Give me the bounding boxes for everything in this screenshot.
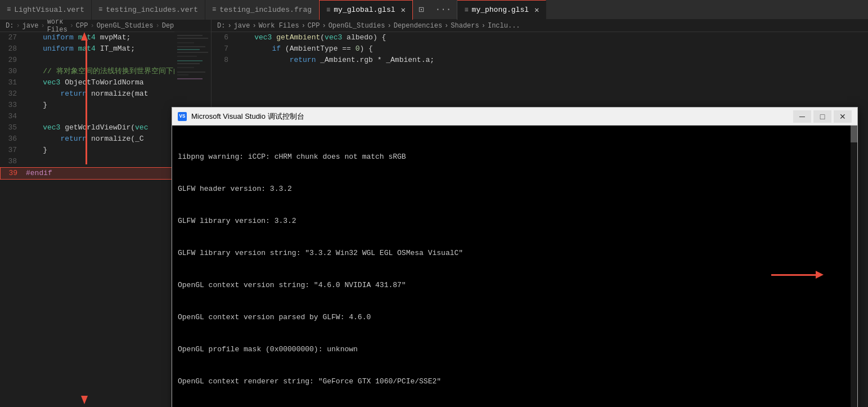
console-line: GLFW library version: 3.3.2	[178, 216, 849, 226]
breadcrumb-part: Work Files	[259, 22, 299, 30]
console-line: OpenGL profile mask (0x00000000): unknow…	[178, 344, 849, 355]
code-line: 36 return normalize(_C	[0, 133, 174, 145]
console-output: libpng warning: iCCP: cHRM chunk does no…	[172, 126, 857, 407]
tab-close-button[interactable]: ✕	[401, 5, 406, 15]
breadcrumb-part: jave	[234, 22, 250, 30]
tab-label: LightVisual.vert	[14, 6, 84, 14]
console-dialog: VS Microsoft Visual Studio 调试控制台 ─ □ ✕ l…	[172, 107, 858, 407]
tab-testing-vert[interactable]: ≡ testing_includes.vert	[92, 0, 205, 20]
svg-rect-4	[177, 49, 200, 50]
console-line: GLFW header version: 3.3.2	[178, 184, 849, 194]
code-line: 35 vec3 getWorldViewDir(vec	[0, 122, 174, 133]
svg-rect-6	[177, 56, 197, 57]
highlighted-code-line: 39 #endif	[0, 167, 174, 180]
file-icon: ≡	[464, 6, 468, 14]
svg-rect-7	[177, 60, 203, 61]
svg-rect-2	[177, 42, 194, 43]
svg-rect-0	[177, 35, 203, 36]
breadcrumb-part: Shaders	[451, 22, 479, 30]
console-titlebar: VS Microsoft Visual Studio 调试控制台 ─ □ ✕	[172, 108, 857, 126]
svg-rect-10	[177, 71, 205, 73]
breadcrumb-part: jave	[23, 22, 39, 30]
breadcrumb-part: D:	[6, 22, 14, 30]
console-title: Microsoft Visual Studio 调试控制台	[191, 111, 789, 122]
file-icon: ≡	[212, 6, 216, 14]
svg-rect-9	[177, 67, 194, 68]
code-line: 6 vec3 getAmbient(vec3 albedo) {	[212, 32, 868, 43]
console-line: OpenGL context version string: "4.6.0 NV…	[178, 280, 849, 290]
tab-split-button[interactable]: ⊡	[413, 4, 430, 15]
breadcrumb-part: OpenGL_Studies	[329, 22, 385, 30]
svg-rect-1	[177, 38, 208, 39]
breadcrumb-part: CPP	[76, 22, 88, 30]
code-line: 31 vec3 ObjectToWorldNorma	[0, 77, 174, 88]
breadcrumb-part: Dependencies	[162, 22, 174, 30]
code-editor-left[interactable]: 27 uniform mat4 mvpMat; // m.v.p 矩阵 28 u…	[0, 32, 174, 407]
code-line: 7 if (AmbientType == 0) {	[212, 43, 868, 55]
breadcrumb-part: Work Files	[47, 20, 68, 34]
tab-more-button[interactable]: ···	[430, 5, 457, 15]
vs-icon: VS	[178, 112, 187, 121]
breadcrumb-part: OpenGL_Studies	[97, 22, 154, 30]
tab-testing-frag[interactable]: ≡ testing_includes.frag	[205, 0, 319, 20]
svg-rect-11	[177, 74, 188, 75]
breadcrumb-part: CPP	[308, 22, 320, 30]
code-line: 30 // 将对象空间的法线转换到世界空间下的法线	[0, 66, 174, 77]
code-line: 38	[0, 156, 174, 167]
console-line: GLFW library version string: "3.3.2 Win3…	[178, 248, 849, 258]
console-arrow-indicator	[771, 271, 824, 279]
left-editor-pane: D: › jave › Work Files › CPP › OpenGL_St…	[0, 20, 174, 407]
tab-label: testing_includes.vert	[106, 6, 198, 14]
file-icon: ≡	[7, 6, 11, 14]
tab-bar: ≡ LightVisual.vert ≡ testing_includes.ve…	[0, 0, 868, 20]
code-line: 37 }	[0, 145, 174, 156]
code-line: 28 uniform mat4 IT_mMat; // Model Matrix…	[0, 43, 174, 55]
more-icon: ···	[435, 5, 452, 15]
svg-rect-12	[177, 78, 203, 79]
breadcrumb-part: Dependencies	[394, 22, 442, 30]
breadcrumb-part: D:	[217, 22, 225, 30]
console-line: OpenGL context renderer string: "GeForce…	[178, 376, 849, 387]
tab-lightvisual-vert[interactable]: ≡ LightVisual.vert	[0, 0, 92, 20]
svg-rect-8	[177, 63, 200, 64]
breadcrumb-right: D: › jave › Work Files › CPP › OpenGL_St…	[212, 20, 868, 32]
file-icon: ≡	[326, 6, 330, 14]
file-icon: ≡	[98, 6, 102, 14]
split-icon: ⊡	[419, 4, 424, 15]
console-line: libpng warning: iCCP: cHRM chunk does no…	[178, 151, 849, 162]
tab-label: my_global.glsl	[334, 6, 395, 14]
svg-rect-5	[177, 52, 208, 53]
code-line: 34	[0, 111, 174, 122]
breadcrumb-left: D: › jave › Work Files › CPP › OpenGL_St…	[0, 20, 174, 32]
code-editor-right[interactable]: 6 vec3 getAmbient(vec3 albedo) { 7 if (A…	[212, 32, 868, 66]
minimize-button[interactable]: ─	[793, 110, 811, 123]
code-line: 8 return _Ambient.rgb * _Ambient.a;	[212, 55, 868, 66]
tab-label: my_phong.glsl	[472, 6, 529, 14]
console-scrollbar-thumb[interactable]	[851, 126, 857, 142]
close-window-button[interactable]: ✕	[834, 110, 852, 123]
svg-rect-3	[177, 46, 205, 47]
tab-my-phong-glsl[interactable]: ≡ my_phong.glsl ✕	[457, 0, 546, 20]
tab-my-global-glsl[interactable]: ≡ my_global.glsl ✕	[319, 0, 413, 20]
console-line: OpenGL context version parsed by GLFW: 4…	[178, 312, 849, 323]
maximize-button[interactable]: □	[813, 110, 831, 123]
code-line: 29	[0, 55, 174, 66]
code-line: 33 }	[0, 100, 174, 111]
console-scrollbar[interactable]	[851, 126, 857, 407]
console-controls: ─ □ ✕	[793, 110, 852, 123]
tab-label: testing_includes.frag	[219, 6, 312, 14]
tab-close-button[interactable]: ✕	[534, 5, 539, 15]
breadcrumb-part: Inclu...	[488, 22, 520, 30]
code-line: 32 return normalize(mat	[0, 88, 174, 100]
